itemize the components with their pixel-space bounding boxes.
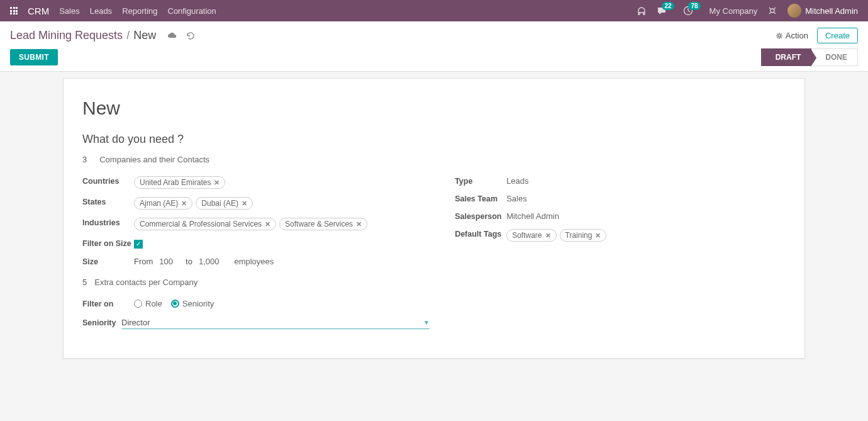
label-sales-team: Sales Team xyxy=(455,192,506,203)
label-size: Size xyxy=(82,255,134,266)
support-icon[interactable] xyxy=(637,6,647,16)
debug-icon[interactable] xyxy=(767,6,777,16)
label-salesperson: Salesperson xyxy=(455,210,506,221)
breadcrumb: Lead Mining Requests / New xyxy=(10,29,195,42)
field-filter-on: Role Seniority xyxy=(134,297,430,308)
action-label: Action xyxy=(786,31,808,40)
field-salesperson[interactable]: Mitchell Admin xyxy=(506,210,786,221)
statusbar: Draft Done xyxy=(761,48,858,66)
tag-default[interactable]: Training✕ xyxy=(560,229,607,242)
section-subtitle: What do you need ? xyxy=(82,133,786,146)
label-states: States xyxy=(82,195,134,206)
size-from-label: From xyxy=(134,257,153,266)
apps-icon[interactable] xyxy=(10,7,18,14)
nav-link-sales[interactable]: Sales xyxy=(59,6,80,16)
activities-badge: 78 xyxy=(688,2,700,10)
remove-tag-icon[interactable]: ✕ xyxy=(181,199,187,208)
size-from-input[interactable]: 100 xyxy=(159,257,173,266)
form-sheet: New What do you need ? 3 Companies and t… xyxy=(63,78,805,359)
avatar xyxy=(787,4,801,18)
user-name: Mitchell Admin xyxy=(805,6,858,16)
breadcrumb-parent[interactable]: Lead Mining Requests xyxy=(10,29,123,42)
seniority-select[interactable]: ▼ xyxy=(121,317,430,329)
action-dropdown[interactable]: Action xyxy=(776,31,808,40)
remove-tag-icon[interactable]: ✕ xyxy=(214,179,220,187)
label-seniority: Seniority xyxy=(82,316,121,327)
label-industries: Industries xyxy=(82,216,134,227)
remove-tag-icon[interactable]: ✕ xyxy=(356,220,362,228)
discard-icon[interactable] xyxy=(186,31,195,40)
svg-point-1 xyxy=(778,35,781,37)
tag-default[interactable]: Software✕ xyxy=(506,229,556,242)
field-default-tags[interactable]: Software✕ Training✕ xyxy=(506,227,786,242)
seniority-input[interactable] xyxy=(121,318,423,327)
activities-icon[interactable]: 78 xyxy=(683,6,693,16)
radio-role[interactable]: Role xyxy=(134,299,162,308)
checkbox-filter-size[interactable]: ✓ xyxy=(134,240,143,249)
company-switcher[interactable]: My Company xyxy=(709,6,758,16)
extra-count[interactable]: 5 xyxy=(82,278,87,287)
status-draft[interactable]: Draft xyxy=(761,48,812,66)
create-button[interactable]: Create xyxy=(817,28,858,43)
remove-tag-icon[interactable]: ✕ xyxy=(242,199,247,208)
remove-tag-icon[interactable]: ✕ xyxy=(595,232,601,240)
breadcrumb-current: New xyxy=(133,29,156,42)
remove-tag-icon[interactable]: ✕ xyxy=(265,220,270,228)
label-filter-size: Filter on Size xyxy=(82,237,134,248)
messaging-icon[interactable]: 22 xyxy=(657,6,667,16)
chevron-down-icon[interactable]: ▼ xyxy=(423,319,430,326)
record-title: New xyxy=(82,98,786,119)
radio-circle-checked-icon xyxy=(171,300,179,308)
remove-tag-icon[interactable]: ✕ xyxy=(545,232,551,240)
cloud-unsaved-icon[interactable] xyxy=(167,31,177,40)
tag-industry[interactable]: Commercial & Professional Services✕ xyxy=(134,218,276,230)
label-countries: Countries xyxy=(82,174,134,186)
field-states[interactable]: Ajman (AE)✕ Dubai (AE)✕ xyxy=(134,195,430,210)
label-type: Type xyxy=(455,174,506,186)
field-industries[interactable]: Commercial & Professional Services✕ Soft… xyxy=(134,216,430,230)
gear-icon xyxy=(776,32,783,40)
main-navbar: CRM Sales Leads Reporting Configuration … xyxy=(0,0,868,21)
tag-state[interactable]: Ajman (AE)✕ xyxy=(134,197,192,210)
breadcrumb-separator: / xyxy=(126,29,130,42)
companies-count[interactable]: 3 xyxy=(82,155,87,164)
user-menu[interactable]: Mitchell Admin xyxy=(787,4,858,18)
size-to-input[interactable]: 1,000 xyxy=(199,257,220,266)
need-label[interactable]: Companies and their Contacts xyxy=(99,155,209,164)
nav-link-configuration[interactable]: Configuration xyxy=(168,6,216,16)
tag-country[interactable]: United Arab Emirates✕ xyxy=(134,176,225,189)
app-brand[interactable]: CRM xyxy=(28,6,49,16)
messaging-badge: 22 xyxy=(662,2,674,10)
radio-circle-icon xyxy=(134,300,142,308)
field-size: From 100 to 1,000 employees xyxy=(134,255,430,266)
extra-label: Extra contacts per Company xyxy=(94,278,198,287)
status-done[interactable]: Done xyxy=(811,48,858,66)
field-type[interactable]: Leads xyxy=(506,174,786,186)
nav-link-reporting[interactable]: Reporting xyxy=(122,6,157,16)
submit-button[interactable]: Submit xyxy=(10,49,58,65)
label-filter-on: Filter on xyxy=(82,297,134,308)
field-sales-team[interactable]: Sales xyxy=(506,192,786,203)
size-to-label: to xyxy=(186,257,192,266)
tag-industry[interactable]: Software & Services✕ xyxy=(279,218,367,230)
radio-seniority[interactable]: Seniority xyxy=(171,299,214,308)
size-unit: employees xyxy=(234,257,274,266)
nav-link-leads[interactable]: Leads xyxy=(90,6,112,16)
control-panel: Lead Mining Requests / New Action Create… xyxy=(0,21,868,72)
label-default-tags: Default Tags xyxy=(455,227,506,239)
field-countries[interactable]: United Arab Emirates✕ xyxy=(134,174,430,189)
tag-state[interactable]: Dubai (AE)✕ xyxy=(196,197,253,210)
